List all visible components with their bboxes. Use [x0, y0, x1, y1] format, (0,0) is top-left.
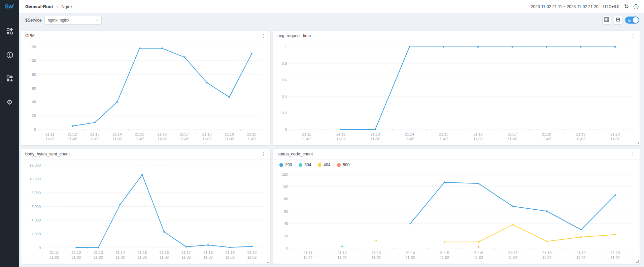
legend-dot: [318, 163, 321, 167]
svg-text:21:14: 21:14: [112, 132, 122, 136]
svg-text:11-02: 11-02: [90, 137, 99, 141]
legend-label: 304: [304, 162, 311, 167]
panel-resize-handle[interactable]: [636, 260, 639, 263]
panel-resize-handle[interactable]: [636, 142, 639, 144]
svg-text:21:11: 21:11: [304, 251, 313, 255]
svg-text:0.8: 0.8: [282, 61, 287, 65]
legend-label: 200: [285, 162, 292, 167]
info-icon[interactable]: ⓘ: [634, 4, 639, 9]
legend-dot: [337, 163, 341, 167]
svg-text:120: 120: [282, 172, 288, 176]
svg-text:11-02: 11-02: [158, 137, 167, 141]
sidebar-item-marketplace[interactable]: [4, 73, 16, 84]
line-chart-svg: 00.20.40.60.8121:1111-0221:1211-0221:131…: [275, 42, 638, 145]
svg-text:21:15: 21:15: [135, 132, 144, 136]
edit-mode-toggle[interactable]: E: [625, 17, 639, 24]
save-button[interactable]: [614, 16, 622, 25]
svg-text:11-02: 11-02: [135, 137, 144, 141]
sidebar: Sw’: [0, 0, 19, 267]
legend-item-404[interactable]: 404: [318, 162, 330, 167]
panel-title: CPM: [25, 33, 35, 38]
panel-header: avg_request_time ⋮: [273, 31, 640, 41]
panel-resize-handle[interactable]: [267, 142, 269, 144]
panel-title: avg_request_time: [277, 33, 311, 38]
service-select[interactable]: nginx::nginx: [44, 16, 102, 25]
svg-text:11-02: 11-02: [508, 256, 517, 260]
svg-text:11-02: 11-02: [180, 137, 189, 141]
svg-text:11-02: 11-02: [302, 137, 311, 141]
svg-text:120: 120: [30, 45, 36, 49]
kebab-menu-icon[interactable]: ⋮: [631, 152, 636, 156]
legend-item-304[interactable]: 304: [299, 162, 311, 167]
panel-header: body_bytes_sent_count ⋮: [21, 149, 270, 159]
timezone[interactable]: UTC+8:0: [603, 4, 619, 9]
svg-text:21:20: 21:20: [611, 251, 620, 255]
svg-text:11-02: 11-02: [405, 137, 414, 141]
svg-text:11-02: 11-02: [611, 256, 620, 260]
save-icon: [616, 17, 620, 23]
service-label: $Service: [25, 18, 42, 23]
sidebar-item-settings[interactable]: ⚙: [4, 97, 16, 107]
svg-text:11-02: 11-02: [203, 255, 212, 259]
svg-text:4,000: 4,000: [31, 218, 41, 222]
kebab-menu-icon[interactable]: ⋮: [261, 152, 266, 156]
cpm-line-chart[interactable]: 02040608010012021:1111-0221:1211-0221:13…: [21, 41, 270, 145]
svg-text:100: 100: [30, 59, 36, 63]
grid-icon: [604, 17, 609, 23]
svg-text:11-02: 11-02: [542, 256, 551, 260]
gear-icon: ⚙: [7, 99, 13, 106]
panel-resize-handle[interactable]: [267, 260, 269, 263]
svg-text:21:16: 21:16: [158, 132, 167, 136]
kebab-menu-icon[interactable]: ⋮: [631, 33, 636, 38]
svg-text:11-02: 11-02: [474, 256, 483, 260]
svg-text:40: 40: [32, 100, 36, 104]
svg-text:21:16: 21:16: [474, 251, 483, 255]
svg-text:11-02: 11-02: [50, 255, 59, 259]
legend-item-200[interactable]: 200: [279, 162, 292, 167]
svg-text:1: 1: [285, 45, 287, 49]
svg-text:21:12: 21:12: [68, 132, 77, 136]
breadcrumb-root[interactable]: General-Root: [25, 4, 53, 9]
legend-dot: [299, 163, 302, 167]
svg-text:11-02: 11-02: [542, 137, 551, 141]
refresh-icon[interactable]: ↻: [624, 4, 629, 9]
svg-text:11-02: 11-02: [181, 255, 191, 259]
status-code-line-chart[interactable]: 20030440450002040608010012021:1111-0221:…: [273, 159, 640, 264]
svg-text:6,000: 6,000: [31, 205, 41, 209]
sidebar-item-dashboards[interactable]: [4, 26, 16, 36]
panel-title: body_bytes_sent_count: [25, 152, 70, 156]
alert-hexagon-icon: [6, 51, 13, 59]
svg-text:11-02: 11-02: [160, 255, 169, 259]
time-range[interactable]: 2023-11-02 21:11 ~ 2023-11-02 21:20: [531, 4, 599, 9]
svg-text:11-02: 11-02: [45, 137, 55, 141]
body-bytes-sent-line-chart[interactable]: 02,0004,0006,0008,00010,00012,00021:1111…: [21, 159, 270, 264]
svg-text:11-02: 11-02: [371, 137, 380, 141]
line-chart-svg: 02,0004,0006,0008,00010,00012,00021:1111…: [23, 160, 269, 264]
svg-text:0.2: 0.2: [282, 111, 287, 115]
avg-request-time-line-chart[interactable]: 00.20.40.60.8121:1111-0221:1211-0221:131…: [273, 41, 640, 145]
legend-item-500[interactable]: 500: [337, 162, 349, 167]
service-selector-group: $Service nginx::nginx: [25, 16, 102, 25]
svg-text:21:17: 21:17: [181, 250, 191, 255]
svg-text:11-02: 11-02: [138, 255, 147, 259]
svg-text:21:13: 21:13: [90, 132, 100, 136]
apply-grid-button[interactable]: [602, 16, 611, 25]
line-chart-svg: 02040608010012021:1111-0221:1211-0221:13…: [275, 170, 638, 264]
svg-text:11-02: 11-02: [440, 256, 449, 260]
legend-label: 500: [343, 162, 349, 167]
svg-text:11-02: 11-02: [94, 255, 103, 259]
breadcrumb: General-Root › Nginx: [25, 4, 73, 9]
svg-text:60: 60: [32, 86, 36, 90]
svg-text:21:16: 21:16: [473, 132, 483, 136]
panel-avg-request-time: avg_request_time ⋮ 00.20.40.60.8121:1111…: [273, 31, 640, 145]
kebab-menu-icon[interactable]: ⋮: [261, 33, 266, 38]
skywalking-logo[interactable]: Sw’: [0, 0, 19, 13]
svg-text:11-02: 11-02: [247, 137, 256, 141]
logo-swoosh: ’: [13, 3, 14, 8]
svg-text:21:11: 21:11: [50, 250, 59, 255]
chevron-down-icon: [95, 18, 99, 21]
dashboards-icon: [6, 28, 13, 35]
svg-text:21:20: 21:20: [247, 250, 257, 255]
panel-header: status_code_count ⋮: [273, 149, 640, 159]
sidebar-item-alerting[interactable]: [4, 50, 16, 60]
